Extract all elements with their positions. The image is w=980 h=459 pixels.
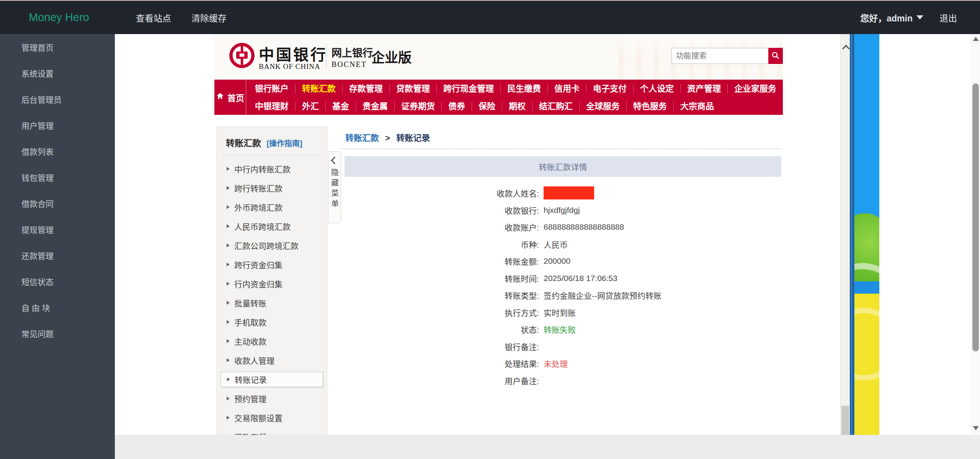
submenu-item[interactable]: 中行内转账汇款 <box>217 159 327 178</box>
submenu-item-label: 跨行资金归集 <box>234 259 283 270</box>
panel-title: 转账汇款详情 <box>345 156 781 177</box>
bank-nav-item[interactable]: 全球服务 <box>580 101 627 111</box>
dotted-divider <box>341 149 781 149</box>
submenu-item[interactable]: 手机取款 <box>217 312 327 332</box>
submenu-item[interactable]: 主动收款 <box>217 332 327 351</box>
sidebar-item[interactable]: 提现管理 <box>0 216 115 242</box>
search-button[interactable] <box>768 48 783 64</box>
detail-value <box>544 186 594 199</box>
bank-nav-item[interactable]: 银行账户 <box>248 84 296 93</box>
sidebar-item[interactable]: 钱包管理 <box>0 164 115 190</box>
bank-nav-item[interactable]: 保险 <box>472 101 502 111</box>
bank-nav-item[interactable]: 贷款管理 <box>390 84 437 93</box>
breadcrumb-parent[interactable]: 转账汇款 <box>345 133 379 143</box>
bank-nav-item[interactable]: 电子支付 <box>586 84 634 93</box>
bank-nav-item[interactable]: 特色服务 <box>627 101 674 111</box>
breadcrumb-separator-icon: > <box>385 133 390 143</box>
breadcrumb-current: 转账记录 <box>396 133 430 143</box>
detail-row: 币种: 人民币 <box>345 236 781 253</box>
breadcrumb: 转账汇款 > 转账记录 <box>345 131 430 143</box>
sidebar-item[interactable]: 自 由 块 <box>0 294 115 320</box>
bank-nav-item[interactable]: 资产管理 <box>681 84 728 93</box>
admin-user-menu[interactable]: 您好，admin <box>860 11 913 24</box>
bank-nav-item[interactable]: 信用卡 <box>548 84 586 93</box>
sidebar-item[interactable]: 短信状态 <box>0 268 115 294</box>
detail-label: 处理结果: <box>345 358 539 369</box>
arrow-right-icon <box>227 339 230 343</box>
detail-label: 用户备注: <box>345 375 539 386</box>
submenu-item[interactable]: 预约管理 <box>217 389 327 408</box>
submenu-item[interactable]: 跨行资金归集 <box>217 255 327 274</box>
detail-row: 执行方式: 实时到账 <box>345 304 781 321</box>
submenu-item[interactable]: 行内资金归集 <box>217 274 327 293</box>
iframe-scrollbar-thumb[interactable] <box>841 406 849 435</box>
arrow-right-icon <box>227 320 230 324</box>
bank-nav-item[interactable]: 期权 <box>502 101 532 111</box>
submenu-item[interactable]: 转账记录 <box>220 372 323 387</box>
product-name-cn: 网上银行 <box>332 45 373 60</box>
detail-label: 转账时间: <box>345 273 539 284</box>
bank-nav-item[interactable]: 债券 <box>442 101 472 111</box>
page-scroll-up-icon[interactable] <box>973 37 979 41</box>
page-scrollbar-thumb[interactable] <box>972 83 979 351</box>
bank-nav-item[interactable]: 大宗商品 <box>674 101 720 111</box>
sidebar-item[interactable]: 常见问题 <box>0 320 115 346</box>
bank-nav-item[interactable]: 贵金属 <box>356 101 395 111</box>
sidebar-item[interactable]: 系统设置 <box>0 60 115 86</box>
logout-button[interactable]: 退出 <box>939 11 957 24</box>
bank-nav-item[interactable]: 基金 <box>326 101 356 111</box>
bank-name-en: BANK OF CHINA <box>259 62 320 71</box>
detail-value: 200000 <box>544 256 570 266</box>
bank-nav-item[interactable]: 个人设定 <box>634 84 681 93</box>
bank-nav-item[interactable]: 民生缴费 <box>501 84 548 93</box>
submenu-item[interactable]: 人民币跨境汇款 <box>217 217 327 236</box>
sidebar-item[interactable]: 用户管理 <box>0 112 115 138</box>
sidebar-item[interactable]: 借款合同 <box>0 190 115 216</box>
bank-nav-item[interactable]: 证券期货 <box>395 101 442 111</box>
arrow-right-icon <box>227 358 230 362</box>
transfer-detail-panel: 转账汇款详情 收款人姓名: 收款银行: hjxdfgjfdgj <box>345 156 781 435</box>
wallpaper-blue-band <box>854 281 879 294</box>
topnav-item[interactable]: 查看站点 <box>136 11 171 24</box>
detail-row: 转账金额: 200000 <box>345 253 781 270</box>
submenu-item-label: 主动收款 <box>234 335 266 347</box>
detail-label: 收款人姓名: <box>345 187 539 199</box>
brand-logo[interactable]: Money Hero <box>29 11 89 24</box>
arrow-right-icon <box>227 263 230 266</box>
bank-header: 中国银行 BANK OF CHINA 网上银行 BOCNET 企业版 <box>214 34 783 80</box>
bank-nav-item[interactable]: 中银理财 <box>248 101 296 111</box>
nav-home-label: 首页 <box>227 91 244 103</box>
search-input[interactable] <box>671 48 768 64</box>
iframe-scrollbar[interactable] <box>840 34 850 435</box>
bank-nav-item[interactable]: 企业家服务 <box>728 84 783 93</box>
submenu-item-label: 汇款公司跨境汇款 <box>234 240 299 251</box>
sidebar-item[interactable]: 借款列表 <box>0 138 115 164</box>
sidebar-item[interactable]: 管理首页 <box>0 34 115 60</box>
bank-nav-item[interactable]: 结汇购汇 <box>532 101 580 111</box>
nav-rows: 银行账户转账汇款存款管理贷款管理跨行现金管理民生缴费信用卡电子支付个人设定资产管… <box>246 80 783 115</box>
bank-nav-item[interactable]: 转账汇款 <box>296 84 343 93</box>
hide-menu-tab[interactable]: 隐藏菜单 <box>328 151 341 223</box>
submenu-item[interactable]: 外币跨境汇款 <box>217 198 327 217</box>
submenu-item-label: 转账记录 <box>235 374 267 385</box>
bank-nav-item[interactable]: 外汇 <box>296 101 326 111</box>
submenu-item[interactable]: 收款人管理 <box>217 351 327 370</box>
sidebar-item[interactable]: 后台管理员 <box>0 86 115 112</box>
transfer-submenu: 转账汇款 [操作指南] 中行内转账汇款 跨行转账汇款 <box>216 126 327 435</box>
submenu-item-label: 跨行转账汇款 <box>234 182 283 194</box>
caret-down-icon[interactable] <box>916 15 923 20</box>
arrow-right-icon <box>227 167 230 171</box>
submenu-item[interactable]: 批量转账 <box>217 293 327 312</box>
nav-home[interactable]: 首页 <box>214 80 246 115</box>
scroll-up-icon[interactable] <box>842 45 850 52</box>
sidebar-item[interactable]: 还款管理 <box>0 242 115 268</box>
submenu-item[interactable]: 汇款公司跨境汇款 <box>217 236 327 255</box>
submenu-item[interactable]: 交易限额设置 <box>217 408 327 427</box>
bank-nav-item[interactable]: 存款管理 <box>343 84 390 93</box>
topnav-item[interactable]: 清除缓存 <box>191 11 227 24</box>
operation-guide-link[interactable]: [操作指南] <box>266 139 302 148</box>
submenu-item[interactable]: 跨行转账汇款 <box>217 178 327 198</box>
submenu-item[interactable]: 汇款套餐 <box>217 427 327 435</box>
page-scroll-down-icon[interactable] <box>973 426 979 430</box>
bank-nav-item[interactable]: 跨行现金管理 <box>437 84 501 93</box>
